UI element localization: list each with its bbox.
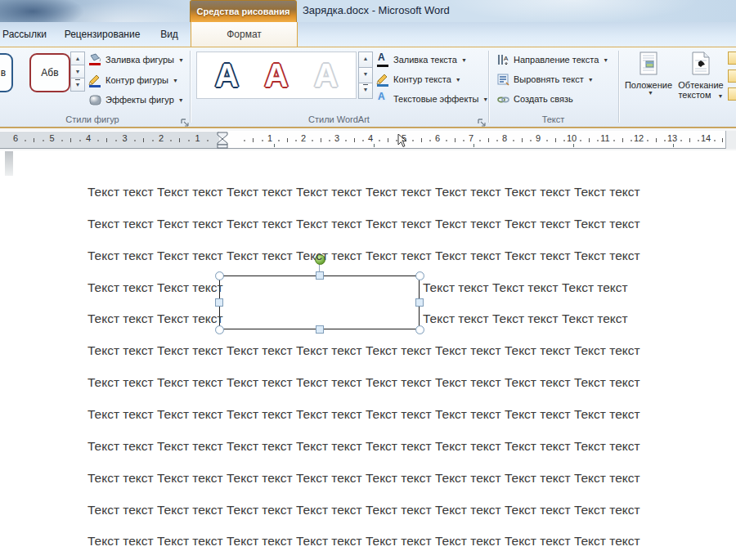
resize-handle-left[interactable] — [215, 298, 223, 307]
ruler-tick — [188, 140, 190, 141]
resize-handle-top-right[interactable] — [415, 271, 424, 280]
shape-outline-button[interactable]: Контур фигуры — [88, 72, 178, 88]
tab-review[interactable]: Рецензирование — [54, 22, 150, 47]
gallery-more-icon[interactable] — [70, 78, 85, 92]
text-line[interactable]: Текст текст Текст текст Текст текст Текс… — [88, 534, 640, 549]
gallery-down-icon[interactable] — [358, 67, 373, 83]
ruler-tick — [530, 140, 532, 141]
ruler-tick — [312, 140, 313, 141]
wordart-gallery-scroll — [358, 52, 373, 99]
wordart-style-gray[interactable]: А — [314, 59, 338, 92]
text-effects-button[interactable]: А Текстовые эффекты — [376, 91, 488, 107]
shape-effects-label: Эффекты фигур — [105, 95, 174, 105]
resize-handle-bottom[interactable] — [316, 325, 324, 334]
text-line[interactable]: Текст текст Текст текст Текст текст Текс… — [88, 375, 640, 390]
ruler-tick — [488, 138, 489, 142]
text-line[interactable]: Текст текст Текст текст Текст текст Текс… — [88, 185, 640, 199]
shape-style-thumbnail[interactable]: Абв — [29, 53, 70, 92]
text-outline-button[interactable]: Контур текста — [376, 71, 461, 87]
group-separator — [488, 51, 489, 123]
text-line[interactable]: Текст текст Текст текст Текст текст Текс… — [88, 249, 640, 263]
align-text-button[interactable]: Выровнять текст — [496, 71, 594, 87]
cut-off-ribbon-icon[interactable] — [728, 87, 736, 101]
ribbon-tab-row: Рассылки Рецензирование Вид Формат — [0, 22, 736, 47]
text-line-wrap-right[interactable]: Текст текст Текст текст Текст текст — [423, 280, 628, 295]
ruler-number: 7 — [469, 133, 473, 143]
group-separator — [190, 51, 191, 123]
create-link-button[interactable]: Создать связь — [496, 91, 573, 107]
ruler-tick — [496, 140, 498, 141]
text-line[interactable]: Текст текст Текст текст Текст текст Текс… — [88, 407, 640, 422]
text-line-wrap-left[interactable]: Текст текст Текст текст — [88, 280, 223, 295]
tab-format-active[interactable]: Формат — [191, 22, 298, 47]
ruler-tick — [106, 138, 107, 142]
text-line[interactable]: Текст текст Текст текст Текст текст Текс… — [88, 217, 640, 231]
shape-style-thumbnail-partial[interactable]: в — [0, 53, 13, 92]
resize-handle-top-left[interactable] — [215, 271, 224, 280]
text-outline-label: Контур текста — [393, 74, 451, 84]
resize-handle-bottom-left[interactable] — [215, 325, 224, 334]
ruler-row: 6543211234567891011121314 — [0, 128, 736, 150]
text-fill-button[interactable]: А Заливка текста — [376, 52, 467, 68]
ruler-tick — [354, 138, 355, 142]
text-line[interactable]: Текст текст Текст текст Текст текст Текс… — [88, 343, 640, 358]
ruler-number: 3 — [334, 133, 339, 143]
chevron-down-icon — [718, 93, 724, 99]
ruler-tick — [388, 138, 388, 142]
ruler-tick — [680, 140, 682, 141]
shape-fill-label: Заливка фигуры — [105, 55, 174, 65]
resize-handle-right[interactable] — [415, 298, 424, 307]
ruler-tick — [287, 138, 288, 142]
resize-handle-top[interactable] — [316, 271, 324, 280]
text-line[interactable]: Текст текст Текст текст Текст текст Текс… — [88, 503, 640, 517]
window-title: Зарядка.docx - Microsoft Word — [303, 4, 450, 16]
tab-view[interactable]: Вид — [152, 22, 186, 47]
shape-fill-button[interactable]: Заливка фигуры — [88, 52, 184, 68]
tab-mailings[interactable]: Рассылки — [0, 22, 49, 47]
indent-markers[interactable] — [214, 132, 232, 149]
resize-handle-bottom-right[interactable] — [415, 325, 424, 334]
ruler-tick — [446, 140, 447, 141]
ruler-end — [725, 131, 736, 149]
text-direction-button[interactable]: A Направление текста — [496, 52, 608, 68]
gallery-up-icon[interactable] — [358, 52, 373, 68]
ruler-tick — [673, 144, 674, 147]
document-page[interactable]: Текст текст Текст текст Текст текст Текс… — [0, 150, 736, 560]
cut-off-ribbon-icon[interactable] — [728, 52, 736, 65]
chevron-down-icon — [178, 57, 184, 63]
gallery-more-icon[interactable] — [358, 83, 373, 99]
dialog-launcher-icon[interactable] — [477, 116, 487, 126]
ruler-tick — [622, 138, 623, 142]
group-label-shape-styles: Стили фигур — [0, 114, 185, 124]
ruler-tick — [321, 138, 321, 142]
gallery-up-icon[interactable] — [70, 52, 85, 65]
chevron-down-icon — [627, 90, 674, 96]
text-line-wrap-right[interactable]: Текст текст Текст текст Текст текст — [423, 311, 628, 326]
ruler-tick — [689, 138, 690, 142]
wrap-text-button[interactable]: Обтекание текстом — [675, 50, 726, 114]
wordart-gallery[interactable]: А А А — [196, 52, 357, 99]
cut-off-ribbon-icon[interactable] — [728, 69, 736, 83]
text-box[interactable] — [219, 276, 420, 329]
ruler-tick — [714, 140, 716, 141]
text-line[interactable]: Текст текст Текст текст Текст текст Текс… — [88, 439, 640, 454]
align-text-icon — [496, 73, 510, 87]
position-button[interactable]: Положение — [623, 50, 674, 114]
chevron-down-icon — [588, 77, 594, 83]
dialog-launcher-icon[interactable] — [180, 116, 190, 126]
shape-effects-button[interactable]: Эффекты фигур — [88, 92, 184, 108]
text-line[interactable]: Текст текст Текст текст Текст текст Текс… — [88, 471, 640, 486]
shape-style-gallery-scroll — [70, 52, 85, 92]
wordart-style-red[interactable]: А — [265, 59, 289, 92]
ruler-tick — [207, 140, 209, 141]
text-line-wrap-left[interactable]: Текст текст Текст текст — [88, 311, 223, 326]
gallery-down-icon[interactable] — [70, 65, 85, 78]
wordart-style-navy[interactable]: А — [215, 59, 239, 92]
ruler-tick — [722, 138, 723, 142]
ruler[interactable]: 6543211234567891011121314 — [0, 131, 725, 149]
text-outline-icon — [376, 73, 390, 87]
ruler-tick — [580, 140, 581, 141]
group-separator — [618, 51, 619, 123]
ruler-tick — [522, 138, 523, 142]
ruler-tick — [295, 140, 297, 141]
